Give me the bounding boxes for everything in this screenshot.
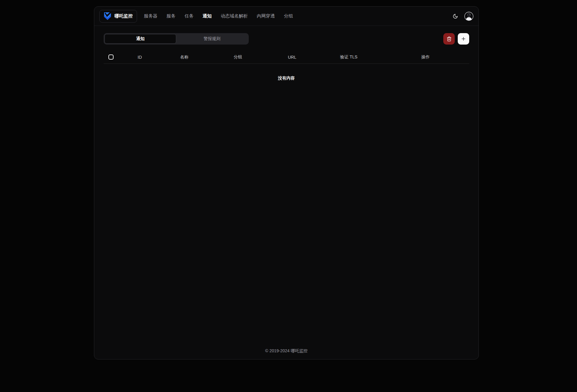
table-action-buttons [443,33,469,45]
column-header-group: 分组 [207,51,269,64]
navbar: 哪吒监控 服务器 服务 任务 通知 动态域名解析 内网穿透 分组 [94,7,479,26]
nav-item-nat[interactable]: 内网穿透 [257,13,275,19]
add-button[interactable] [458,33,469,45]
user-avatar[interactable] [464,12,473,21]
table-empty-row: 没有内容 [104,64,469,93]
table-header-select [104,51,118,64]
theme-toggle-button[interactable] [451,12,460,21]
tab-alert-rules[interactable]: 警报规则 [176,34,248,44]
nav-item-notifications[interactable]: 通知 [203,13,212,19]
brand-logo-link[interactable]: 哪吒监控 [99,10,137,23]
nav-item-services[interactable]: 服务 [167,13,176,19]
navbar-right [451,12,473,21]
brand-name: 哪吒监控 [114,13,133,19]
column-header-verify-tls: 验证 TLS [316,51,382,64]
delete-button[interactable] [443,33,455,45]
column-header-actions: 操作 [382,51,469,64]
moon-icon [453,14,458,19]
main-nav: 服务器 服务 任务 通知 动态域名解析 内网穿透 分组 [144,13,293,19]
content-area: 通知 警报规则 [94,26,479,93]
tab-switcher: 通知 警报规则 [104,33,249,45]
empty-state-text: 没有内容 [104,64,469,93]
tab-notifications[interactable]: 通知 [104,34,176,44]
nav-item-groups[interactable]: 分组 [284,13,293,19]
column-header-name: 名称 [161,51,207,64]
trash-icon [447,36,452,42]
select-all-checkbox[interactable] [108,54,114,60]
brand-shield-logo-icon [104,12,111,21]
nav-item-servers[interactable]: 服务器 [144,13,158,19]
column-header-url: URL [269,51,316,64]
toolbar: 通知 警报规则 [104,33,469,45]
nav-item-ddns[interactable]: 动态域名解析 [221,13,248,19]
main-card: 哪吒监控 服务器 服务 任务 通知 动态域名解析 内网穿透 分组 [94,6,479,359]
nav-item-tasks[interactable]: 任务 [185,13,194,19]
notifications-table: ID 名称 分组 URL 验证 TLS 操作 没有内容 [104,51,469,93]
plus-icon [461,36,466,42]
column-header-id: ID [118,51,161,64]
table-header-row: ID 名称 分组 URL 验证 TLS 操作 [104,51,469,64]
footer-copyright: © 2019-2024 哪吒监控 [94,348,479,354]
